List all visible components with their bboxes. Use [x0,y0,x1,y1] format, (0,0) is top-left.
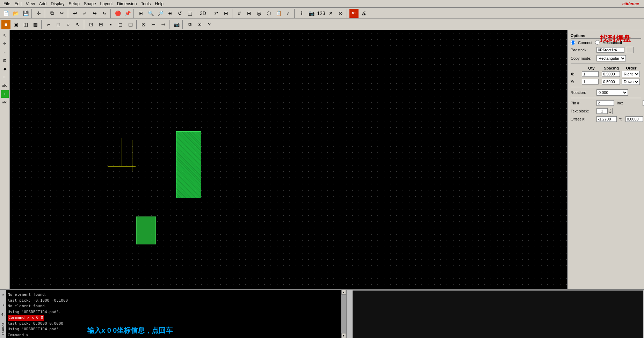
menu-layout[interactable]: Layout [98,1,115,7]
order-x-select[interactable]: Right Left [622,71,640,77]
command-scrollbar[interactable]: ▲ ▼ [341,290,346,338]
menu-tools[interactable]: Tools [139,1,153,7]
padstack-browse-button[interactable]: ... [626,47,634,53]
qty-x-input[interactable] [582,71,599,77]
rotation-select[interactable]: 0.000 90.000 180.000 270.000 [596,89,628,96]
lt-shape[interactable]: ◆ [1,65,9,73]
menu-dimension[interactable]: Dimension [115,1,139,7]
tb2-email[interactable]: ✉ [195,20,204,29]
qty-y-input[interactable] [582,79,599,84]
canvas-area[interactable] [10,30,567,289]
report-button[interactable]: 📋 [274,9,283,18]
lt-abc1[interactable]: abc [1,82,9,89]
copy-mode-select[interactable]: Rectangular Circular Mirror [596,55,626,61]
undo-button[interactable]: ↩ [71,9,80,18]
num-button[interactable]: 123 [317,9,326,18]
text-block-up[interactable]: ▲ [608,108,613,111]
lt-pad[interactable]: ⊡ [1,57,9,64]
zoom-in-button[interactable]: 🔍 [146,9,155,18]
tb2-sq[interactable]: ▪ [106,20,115,29]
menu-setup[interactable]: Setup [67,1,82,7]
scroll-up-button[interactable]: ▲ [341,290,346,295]
tb2-via[interactable]: ⊟ [96,20,106,29]
menu-file[interactable]: File [1,1,12,7]
lt-move[interactable]: ✛ [1,40,9,47]
tb2-btn1[interactable]: ■ [1,20,10,29]
tb2-photo[interactable]: 📷 [172,20,181,29]
tb2-circle[interactable]: ○ [64,20,73,29]
tb2-sq2[interactable]: ◻ [116,20,125,29]
spacing-x-input[interactable] [602,71,620,77]
route-button[interactable]: 🔴 [113,9,122,18]
redo-button[interactable]: ↪ [90,9,99,18]
move-button[interactable]: ✛ [34,9,43,18]
lt-abc2[interactable]: abc [1,98,9,106]
info-button[interactable]: ℹ [297,9,306,18]
tb2-layer[interactable]: ⧉ [185,20,194,29]
divider-3 [571,98,641,98]
text-block-input[interactable] [596,108,608,114]
3d-button[interactable]: 3D [198,9,208,18]
save-button[interactable]: 💾 [21,9,30,18]
tb2-btn3[interactable]: ◫ [21,20,30,29]
print-button[interactable]: 🖨 [359,9,368,18]
redo2-button[interactable]: ⤿ [100,9,109,18]
pin-input[interactable] [596,100,614,106]
menu-display[interactable]: Display [49,1,66,7]
offset-x-input[interactable] [596,116,617,122]
tb2-pad[interactable]: ⊡ [87,20,96,29]
zoom-prev-button[interactable]: ↺ [175,9,184,18]
tb2-select[interactable]: ↖ [73,20,82,29]
tb2-btn2[interactable]: ▣ [11,20,20,29]
zoom-out-button[interactable]: ⊖ [166,9,175,18]
copy-button[interactable]: ⧉ [48,9,57,18]
check-button[interactable]: ✓ [284,9,293,18]
flip-button[interactable]: ⇄ [212,9,221,18]
lt-wire[interactable]: ⋯ [1,73,9,81]
tb2-btn4[interactable]: ▨ [31,20,40,29]
zoom-fit-button[interactable]: ⊞ [136,9,145,18]
mirror-button[interactable]: ⊟ [222,9,231,18]
r1-button[interactable]: R1 [349,9,359,18]
lt-plus[interactable]: + [1,90,9,98]
menu-add[interactable]: Add [37,1,49,7]
scroll-track[interactable] [341,295,346,333]
cut-button[interactable]: ✂ [57,9,66,18]
menu-help[interactable]: Help [153,1,166,7]
zoom-window-button[interactable]: ⬚ [185,9,194,18]
tb2-help[interactable]: ? [205,20,214,29]
menu-shape[interactable]: Shape [82,1,98,7]
tb2-h2[interactable]: ⊣ [159,20,168,29]
open-button[interactable]: 📂 [11,9,20,18]
tb2-sep5 [182,20,184,29]
mechanical-radio[interactable] [595,40,600,45]
drc-button[interactable]: ⬡ [264,9,273,18]
menu-view[interactable]: View [24,1,37,7]
scroll-down-button[interactable]: ▼ [341,333,346,338]
menu-edit[interactable]: Edit [12,1,24,7]
order-y-select[interactable]: Down Up [622,79,640,85]
tb2-sel[interactable]: ⊠ [139,20,148,29]
inc-input[interactable] [643,100,644,106]
grid2-button[interactable]: ⊞ [245,9,254,18]
cam-button[interactable]: 📷 [307,9,316,18]
zoom-area-button[interactable]: 🔎 [156,9,165,18]
via-button[interactable]: ◎ [254,9,263,18]
x-button[interactable]: ✕ [326,9,335,18]
connect-radio[interactable] [571,40,575,45]
pin-button[interactable]: 📌 [123,9,132,18]
offset-y-input[interactable] [625,116,643,122]
tb2-rect[interactable]: □ [54,20,63,29]
undo2-button[interactable]: ⤾ [80,9,89,18]
new-button[interactable]: 📄 [1,9,10,18]
padstack-input[interactable] [596,47,624,53]
grid-button[interactable]: # [235,9,244,18]
lt-select[interactable]: ↖ [1,31,9,39]
tb2-connect[interactable]: ⌐ [44,20,53,29]
spacing-y-input[interactable] [602,79,620,84]
tb2-h1[interactable]: ⊢ [149,20,158,29]
tb2-sq3[interactable]: ▢ [126,20,135,29]
circle-button[interactable]: ⊙ [336,9,345,18]
lt-route[interactable]: ⌐ [1,48,9,56]
text-block-down[interactable]: ▼ [608,111,613,114]
